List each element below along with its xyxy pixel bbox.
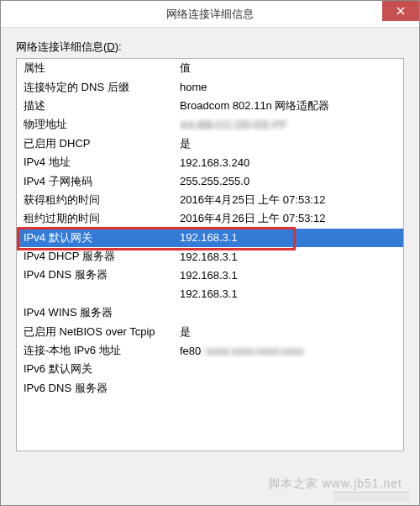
value-cell: 192.168.3.1 [180,269,396,282]
table-row[interactable]: IPv4 DHCP 服务器192.168.3.1 [17,247,403,266]
table-row[interactable]: IPv6 默认网关 [17,360,403,378]
property-cell: 获得租约的时间 [24,192,180,208]
table-row[interactable]: 描述Broadcom 802.11n 网络适配器 [17,97,403,115]
value-cell: Broadcom 802.11n 网络适配器 [180,98,396,113]
value-cell: 192.168.3.1 [180,250,396,263]
table-row[interactable]: 192.168.3.1 [17,285,403,303]
table-row[interactable]: IPv4 地址192.168.3.240 [17,153,403,171]
close-icon [396,7,405,15]
details-panel: 属性 值 连接特定的 DNS 后缀home描述Broadcom 802.11n … [16,58,404,451]
property-cell: IPv4 DHCP 服务器 [24,249,180,264]
dialog-window: 网络连接详细信息 网络连接详细信息(D): 属性 值 连接特定的 DNS 后缀h… [0,0,420,506]
property-cell: IPv6 默认网关 [24,361,180,377]
dialog-content: 网络连接详细信息(D): 属性 值 连接特定的 DNS 后缀home描述Broa… [1,28,419,505]
property-cell: 连接-本地 IPv6 地址 [24,343,180,358]
value-cell: 255.255.255.0 [180,175,396,187]
value-cell: AA-BB-CC-DD-EE-FF [180,119,396,131]
property-cell: IPv4 地址 [24,155,180,170]
header-value: 值 [180,61,396,76]
property-cell: 连接特定的 DNS 后缀 [24,80,180,95]
property-cell: 物理地址 [24,117,180,132]
property-cell: 租约过期的时间 [24,211,180,226]
property-cell: 已启用 DHCP [24,136,180,151]
table-row[interactable]: 租约过期的时间2016年4月26日 上午 07:53:12 [17,209,403,228]
property-cell: IPv4 默认网关 [24,230,180,245]
table-row[interactable]: 获得租约的时间2016年4月25日 上午 07:53:12 [17,191,403,209]
value-cell: 是 [180,136,396,151]
property-cell: IPv4 WINS 服务器 [24,305,180,320]
property-cell: IPv4 DNS 服务器 [24,267,180,282]
property-cell: IPv6 DNS 服务器 [24,381,180,396]
value-cell: 2016年4月25日 上午 07:53:12 [180,192,396,208]
table-row[interactable]: 物理地址AA-BB-CC-DD-EE-FF [17,115,403,134]
button-area-cut [333,492,409,502]
table-row[interactable]: 连接-本地 IPv6 地址fe80::xxxx:xxxx:xxxx:xxxx [17,341,403,360]
close-button[interactable] [382,1,419,21]
table-row[interactable]: 已启用 NetBIOS over Tcpip是 [17,322,403,340]
titlebar: 网络连接详细信息 [1,1,419,28]
value-cell: fe80::xxxx:xxxx:xxxx:xxxx [180,345,396,357]
section-label: 网络连接详细信息(D): [16,40,404,55]
table-header: 属性 值 [17,59,403,77]
table-row[interactable]: 已启用 DHCP是 [17,134,403,153]
property-cell: 描述 [24,98,180,113]
property-cell: IPv4 子网掩码 [24,174,180,189]
table-row[interactable]: IPv4 默认网关192.168.3.1 [17,229,403,247]
table-row[interactable]: IPv4 DNS 服务器192.168.3.1 [17,266,403,284]
rows-container: 连接特定的 DNS 后缀home描述Broadcom 802.11n 网络适配器… [17,77,403,398]
window-title: 网络连接详细信息 [166,7,254,22]
table-row[interactable]: IPv6 DNS 服务器 [17,379,403,398]
table-row[interactable]: IPv4 WINS 服务器 [17,303,403,322]
value-cell: 192.168.3.1 [180,231,396,244]
value-cell: 是 [180,324,396,340]
value-cell: 192.168.3.1 [180,287,396,300]
header-property: 属性 [24,61,180,76]
value-cell: home [180,81,396,93]
table-row[interactable]: 连接特定的 DNS 后缀home [17,77,403,96]
property-cell: 已启用 NetBIOS over Tcpip [24,324,180,340]
table-row[interactable]: IPv4 子网掩码255.255.255.0 [17,171,403,190]
value-cell: 192.168.3.240 [180,156,396,169]
value-cell: 2016年4月26日 上午 07:53:12 [180,211,396,226]
